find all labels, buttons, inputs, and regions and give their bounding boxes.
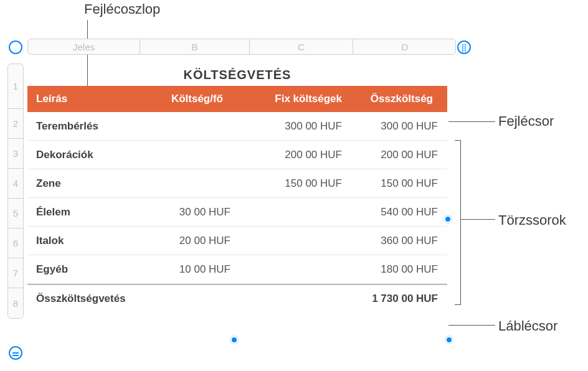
row-header-7[interactable]: 7 xyxy=(8,258,23,288)
add-column-handle[interactable]: || xyxy=(457,40,471,54)
cell-fixed[interactable]: 300 00 HUF xyxy=(249,120,346,133)
table-row[interactable]: Élelem 30 00 HUF 540 00 HUF xyxy=(27,198,447,227)
selection-handle[interactable] xyxy=(444,215,452,223)
header-cell-desc[interactable]: Leírás xyxy=(27,93,140,105)
table-header-row[interactable]: Leírás Költség/fő Fix költségek Összkölt… xyxy=(27,86,447,112)
row-header-strip: 1 2 3 4 5 6 7 8 xyxy=(7,63,24,319)
callout-footer-row: Láblécsor xyxy=(498,318,557,334)
table-row[interactable]: Egyéb 10 00 HUF 180 00 HUF xyxy=(27,255,447,284)
cell-total[interactable]: 200 00 HUF xyxy=(346,149,445,161)
table-row[interactable]: Italok 20 00 HUF 360 00 HUF xyxy=(27,227,447,255)
cell-per[interactable]: 20 00 HUF xyxy=(140,235,249,247)
footer-total[interactable]: 1 730 00 HUF xyxy=(346,293,445,305)
header-cell-per[interactable]: Költség/fő xyxy=(140,93,249,105)
cell-per[interactable]: 30 00 HUF xyxy=(140,206,249,218)
table-row[interactable]: Zene 150 00 HUF 150 00 HUF xyxy=(27,169,447,198)
callout-header-row: Fejlécsor xyxy=(498,113,554,129)
callout-line xyxy=(461,219,495,220)
cell-total[interactable]: 180 00 HUF xyxy=(346,263,445,276)
cell-total[interactable]: 150 00 HUF xyxy=(346,177,445,190)
cell-desc[interactable]: Terembérlés xyxy=(27,120,140,133)
column-header-strip: Jeles B C D xyxy=(27,39,456,55)
callout-body-rows: Törzssorok xyxy=(498,212,566,228)
cell-total[interactable]: 540 00 HUF xyxy=(346,206,445,218)
header-cell-total[interactable]: Összköltség xyxy=(346,93,445,105)
add-row-handle[interactable] xyxy=(9,346,22,360)
table-footer-row[interactable]: Összköltségvetés 1 730 00 HUF xyxy=(27,284,447,312)
selection-handle[interactable] xyxy=(230,336,238,344)
cell-fixed[interactable]: 150 00 HUF xyxy=(249,177,346,190)
callout-brace xyxy=(455,140,461,305)
cell-desc[interactable]: Dekorációk xyxy=(27,149,140,161)
row-header-5[interactable]: 5 xyxy=(8,199,23,228)
callout-header-column: Fejlécoszlop xyxy=(84,1,160,17)
column-header-C[interactable]: C xyxy=(250,39,353,54)
table-title[interactable]: KÖLTSÉGVETÉS xyxy=(27,63,447,86)
cell-per[interactable]: 10 00 HUF xyxy=(140,263,249,276)
cell-desc[interactable]: Egyéb xyxy=(27,263,140,276)
row-header-2[interactable]: 2 xyxy=(8,109,23,139)
table-row[interactable]: Terembérlés 300 00 HUF 300 00 HUF xyxy=(27,112,447,141)
callout-line xyxy=(448,121,495,122)
row-header-3[interactable]: 3 xyxy=(8,139,23,169)
row-header-1[interactable]: 1 xyxy=(8,64,23,109)
header-cell-fixed[interactable]: Fix költségek xyxy=(249,93,346,105)
cell-total[interactable]: 300 00 HUF xyxy=(346,120,445,133)
cell-desc[interactable]: Élelem xyxy=(27,206,140,218)
row-header-6[interactable]: 6 xyxy=(8,228,23,258)
selection-handle[interactable] xyxy=(445,336,453,344)
cell-fixed[interactable]: 200 00 HUF xyxy=(249,149,346,161)
column-header-D[interactable]: D xyxy=(353,39,456,54)
cell-desc[interactable]: Zene xyxy=(27,177,140,190)
column-header-A[interactable]: Jeles xyxy=(28,39,140,54)
cell-desc[interactable]: Italok xyxy=(27,235,140,247)
table-select-all-handle[interactable] xyxy=(9,40,22,54)
equals-icon xyxy=(12,352,19,354)
row-header-4[interactable]: 4 xyxy=(8,169,23,199)
column-header-B[interactable]: B xyxy=(140,39,250,54)
table-row[interactable]: Dekorációk 200 00 HUF 200 00 HUF xyxy=(27,141,447,169)
callout-line xyxy=(448,325,495,326)
cell-total[interactable]: 360 00 HUF xyxy=(346,235,445,247)
footer-label[interactable]: Összköltségvetés xyxy=(27,293,140,305)
spreadsheet-table[interactable]: KÖLTSÉGVETÉS Leírás Költség/fő Fix költs… xyxy=(27,63,447,312)
row-header-8[interactable]: 8 xyxy=(8,288,23,318)
